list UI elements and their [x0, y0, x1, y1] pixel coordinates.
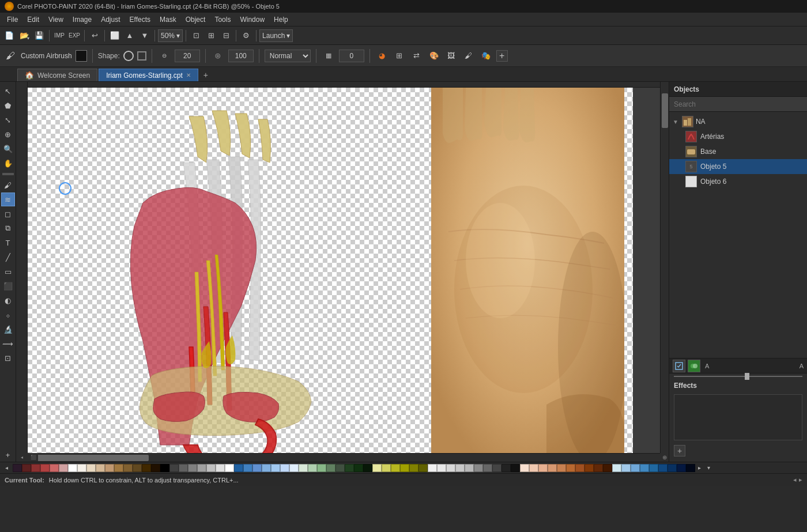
menu-adjust[interactable]: Adjust [96, 14, 125, 25]
palette-color[interactable] [326, 464, 335, 472]
objects-search-input[interactable] [669, 97, 807, 112]
color2-icon[interactable]: 🖼 [444, 49, 458, 63]
shape-square-btn[interactable] [137, 51, 146, 61]
palette-color[interactable] [252, 464, 262, 472]
layer-new-icon[interactable] [673, 360, 685, 372]
palette-menu[interactable]: ▾ [704, 464, 712, 472]
zoom-tool-btn[interactable]: 🔍 [1, 142, 15, 156]
palette-color[interactable] [179, 464, 188, 472]
undo-btn[interactable]: ↩ [88, 29, 101, 43]
layer-blend-icon[interactable] [688, 360, 700, 372]
eyedrop-btn[interactable] [2, 173, 14, 175]
new-btn[interactable]: 📄 [2, 29, 16, 43]
fit2-btn[interactable]: ⊞ [204, 29, 218, 43]
line-btn[interactable]: ╱ [1, 250, 15, 264]
launch-dropdown[interactable]: Launch ▾ [259, 29, 293, 42]
palette-color[interactable] [372, 464, 382, 472]
palette-color[interactable] [243, 464, 252, 472]
object-objeto5[interactable]: 5 Objeto 5 [669, 159, 807, 174]
scroll-nav-left[interactable]: ◂ [16, 453, 28, 462]
export-btn[interactable]: EXP [67, 29, 81, 43]
palette-color[interactable] [455, 464, 465, 472]
palette-color[interactable] [133, 464, 142, 472]
eraser-btn[interactable]: ◻ [1, 207, 15, 221]
magic-wand-btn[interactable]: ⬟ [1, 99, 15, 112]
palette-color[interactable] [658, 464, 668, 472]
object-arterias[interactable]: Artérias [669, 129, 807, 144]
tool-color-swatch[interactable] [76, 50, 87, 62]
menu-window[interactable]: Window [235, 14, 269, 25]
transform-tool-btn[interactable]: ⤡ [1, 113, 15, 127]
palette-color[interactable] [206, 464, 216, 472]
palette-color[interactable] [151, 464, 160, 472]
palette-color[interactable] [465, 464, 474, 472]
size-input[interactable]: 20 [175, 50, 200, 62]
tab-document[interactable]: Iriam Gomes-Starling.cpt ✕ [99, 69, 198, 81]
opacity-input[interactable]: 100 [228, 50, 254, 62]
palette-color[interactable] [566, 464, 575, 472]
status-arrow-right[interactable]: ▸ [799, 476, 802, 484]
palette-color[interactable] [262, 464, 271, 472]
horizontal-scroll-thumb[interactable] [33, 455, 149, 461]
palette-color[interactable] [584, 464, 594, 472]
brush-tool-btn[interactable]: 🖌 [1, 178, 15, 192]
add-effect-btn[interactable]: + [674, 445, 685, 456]
palette-color[interactable] [483, 464, 492, 472]
blend-btn[interactable]: ◐ [1, 293, 15, 307]
palette-color[interactable] [123, 464, 133, 472]
horizontal-scrollbar[interactable] [16, 453, 660, 462]
mirror-icon[interactable]: ⇄ [410, 49, 424, 63]
palette-color[interactable] [22, 464, 31, 472]
dodge-btn[interactable]: ⬦ [1, 308, 15, 322]
clone-btn[interactable]: ⧉ [1, 221, 15, 235]
palette-color[interactable] [160, 464, 169, 472]
palette-color[interactable] [354, 464, 363, 472]
palette-color[interactable] [446, 464, 455, 472]
palette-color[interactable] [40, 464, 50, 472]
color-wheel-icon[interactable]: ◕ [375, 49, 389, 63]
palette-color[interactable] [188, 464, 197, 472]
palette-color[interactable] [280, 464, 289, 472]
scroll-nav-icon[interactable]: ⬛ [29, 453, 38, 462]
airbrush-btn[interactable]: ≋ [1, 193, 15, 206]
import-btn[interactable]: IMP [52, 29, 66, 43]
palette-color[interactable] [308, 464, 317, 472]
palette-color[interactable] [501, 464, 511, 472]
palette-color[interactable] [86, 464, 96, 472]
select-tool-btn[interactable]: ↖ [1, 84, 15, 98]
palette-color[interactable] [520, 464, 529, 472]
palette-color[interactable] [557, 464, 566, 472]
palette-color[interactable] [409, 464, 418, 472]
text-btn[interactable]: T [1, 236, 15, 250]
zoom-dropdown[interactable]: 50% ▾ [158, 29, 183, 42]
settings-btn[interactable]: ⚙ [239, 29, 253, 43]
palette-color[interactable] [271, 464, 280, 472]
palette-color[interactable] [391, 464, 400, 472]
palette-color[interactable] [612, 464, 621, 472]
rect-btn[interactable]: ▭ [1, 265, 15, 278]
object-objeto6[interactable]: Objeto 6 [669, 174, 807, 189]
palette-color[interactable] [640, 464, 649, 472]
menu-edit[interactable]: Edit [22, 14, 44, 25]
menu-effects[interactable]: Effects [125, 14, 155, 25]
palette-color[interactable] [437, 464, 446, 472]
palette-color[interactable] [686, 464, 695, 472]
menu-view[interactable]: View [44, 14, 68, 25]
texture-input[interactable] [339, 50, 364, 62]
palette-color[interactable] [50, 464, 59, 472]
vertical-scroll-thumb[interactable] [662, 93, 668, 128]
object-base[interactable]: Base [669, 144, 807, 159]
palette-color[interactable] [169, 464, 179, 472]
down-btn[interactable]: ▼ [138, 29, 152, 43]
palette-color[interactable] [677, 464, 686, 472]
menu-tools[interactable]: Tools [210, 14, 235, 25]
effects-tool-btn[interactable]: ⊡ [1, 351, 15, 365]
palette-color[interactable] [225, 464, 234, 472]
smear-btn[interactable]: ⟿ [1, 337, 15, 350]
shape-circle-btn[interactable] [123, 51, 134, 61]
palette-color[interactable] [142, 464, 151, 472]
palette-color[interactable] [114, 464, 123, 472]
palette-color[interactable] [234, 464, 243, 472]
palette-color[interactable] [216, 464, 225, 472]
palette-scroll-right[interactable]: ▸ [695, 464, 703, 472]
